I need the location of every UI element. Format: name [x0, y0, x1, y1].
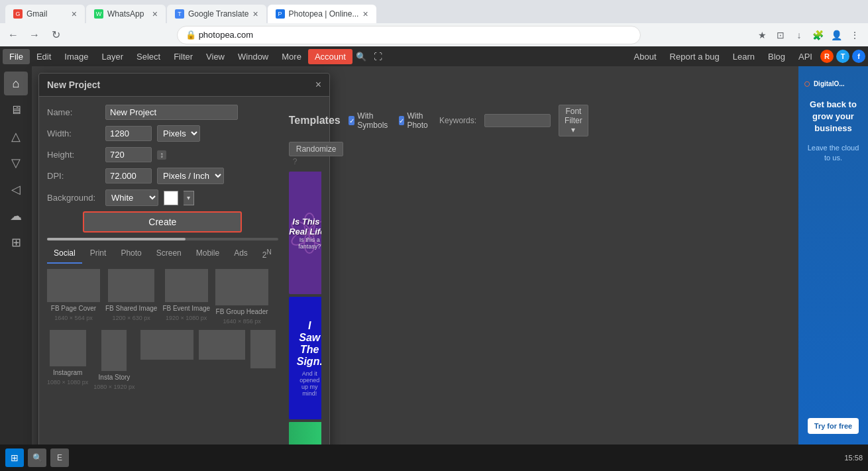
thumb-fb-event-image[interactable]: FB Event Image 1920 × 1080 px: [162, 269, 210, 325]
keywords-input[interactable]: [484, 114, 551, 127]
menu-view[interactable]: View: [199, 49, 231, 64]
tab-translate[interactable]: T Google Translate ×: [167, 5, 266, 23]
profile-button[interactable]: 👤: [828, 27, 844, 43]
toolbar-canvas[interactable]: 🖥: [4, 98, 28, 122]
tab-whatsapp-close[interactable]: ×: [152, 9, 158, 19]
toolbar-grid[interactable]: ⊞: [4, 231, 28, 254]
template-card-1[interactable]: Is This a Real Life? Is this a fantasy?: [289, 172, 321, 294]
canvas-area: New Project × Name:: [32, 66, 798, 445]
menu-more[interactable]: More: [275, 49, 308, 64]
dialog-left-panel: Name: Width: Pixels: [47, 105, 278, 462]
cat-tab-photo[interactable]: Photo: [114, 246, 148, 264]
menu-button[interactable]: ⋮: [847, 27, 863, 43]
facebook-icon[interactable]: f: [852, 50, 865, 63]
search-icon-btn[interactable]: 🔍: [353, 48, 370, 65]
background-select[interactable]: White Black Transparent: [105, 189, 158, 206]
toolbar-shape2[interactable]: ▽: [4, 151, 28, 175]
cat-tab-screen[interactable]: Screen: [150, 246, 188, 264]
thumb-fb-group-header[interactable]: FB Group Header 1640 × 856 px: [215, 269, 268, 325]
with-photo-label: With Photo: [407, 111, 431, 130]
menu-about[interactable]: About: [629, 49, 662, 64]
address-bar[interactable]: 🔒 photopea.com: [177, 26, 641, 44]
taskbar-search[interactable]: 🔍: [28, 448, 46, 467]
toolbar-shape3[interactable]: ◁: [4, 178, 28, 201]
template-card-3[interactable]: I Saw The Sign. And it opened up my mind…: [289, 297, 321, 419]
thumb-extra2[interactable]: [199, 330, 245, 390]
background-color-dropdown[interactable]: ▾: [184, 191, 194, 205]
back-button[interactable]: ←: [5, 27, 21, 43]
thumb-fb-shared-image[interactable]: FB Shared Image 1200 × 630 px: [105, 269, 157, 325]
height-row: Height: ↕: [47, 147, 278, 162]
menu-api[interactable]: API: [793, 49, 818, 64]
menu-select[interactable]: Select: [130, 49, 167, 64]
dpi-input[interactable]: [105, 168, 152, 183]
menu-file[interactable]: File: [3, 49, 30, 64]
tab-gmail-close[interactable]: ×: [72, 9, 77, 19]
cat-tab-social[interactable]: Social: [47, 246, 82, 264]
tab-whatsapp[interactable]: W WhatsApp ×: [86, 5, 166, 23]
thumbnail-grid: FB Page Cover 1640 × 564 px FB Shared Im…: [47, 269, 278, 390]
card3-title: I Saw The Sign.: [297, 320, 321, 368]
toolbar-cloud[interactable]: ☁: [4, 204, 28, 228]
dialog-close-button[interactable]: ×: [315, 79, 321, 91]
thumb-instagram[interactable]: Instagram 1080 × 1080 px: [47, 330, 88, 390]
extensions-button[interactable]: 🧩: [810, 27, 826, 43]
templates-title-text: Templates: [289, 115, 341, 127]
cat-tab-ads[interactable]: Ads: [227, 246, 254, 264]
cat-tab-mobile[interactable]: Mobile: [190, 246, 226, 264]
menu-edit[interactable]: Edit: [30, 49, 58, 64]
ad-try-free-button[interactable]: Try for free: [808, 418, 859, 434]
menu-account[interactable]: Account: [308, 49, 353, 64]
forward-button[interactable]: →: [27, 27, 42, 43]
ad-logo-icon: ○: [804, 77, 811, 91]
menu-report-bug[interactable]: Report a bug: [665, 49, 725, 64]
with-symbols-checkbox[interactable]: ✓: [349, 116, 355, 125]
create-button[interactable]: Create: [83, 211, 242, 233]
taskbar-start[interactable]: ⊞: [5, 448, 24, 467]
cat-tab-2n[interactable]: 2N: [256, 246, 278, 264]
reddit-icon[interactable]: R: [820, 50, 834, 63]
thumb-insta-story[interactable]: Insta Story 1080 × 1920 px: [93, 330, 135, 390]
screenshot-button[interactable]: ↓: [791, 27, 807, 43]
with-photo-option: ✓ With Photo: [399, 111, 431, 130]
name-input[interactable]: [105, 105, 238, 120]
tab-photopea-close[interactable]: ×: [362, 9, 368, 19]
toolbar-home[interactable]: ⌂: [4, 72, 28, 95]
reload-button[interactable]: ↻: [48, 27, 64, 43]
menu-window[interactable]: Window: [231, 49, 275, 64]
width-unit-select[interactable]: Pixels: [157, 125, 200, 142]
tab-gmail[interactable]: G Gmail ×: [5, 5, 85, 23]
with-photo-checkbox[interactable]: ✓: [399, 116, 405, 125]
tab-translate-close[interactable]: ×: [252, 9, 258, 19]
menu-layer[interactable]: Layer: [95, 49, 131, 64]
menu-blog[interactable]: Blog: [763, 49, 790, 64]
whatsapp-favicon: W: [94, 9, 103, 19]
fullscreen-icon-btn[interactable]: ⛶: [370, 48, 387, 65]
translate-favicon: T: [175, 9, 184, 19]
cat-tab-print[interactable]: Print: [83, 246, 113, 264]
thumb-extra1[interactable]: [140, 330, 193, 390]
background-label: Background:: [47, 193, 100, 203]
toolbar-shape1[interactable]: △: [4, 125, 28, 148]
taskbar-edge[interactable]: E: [50, 448, 69, 467]
bookmark-button[interactable]: ★: [754, 27, 770, 43]
randomize-button[interactable]: Randomize: [289, 142, 344, 156]
thumb-fb-page-cover[interactable]: FB Page Cover 1640 × 564 px: [47, 269, 100, 325]
background-color-preview[interactable]: [164, 191, 178, 205]
width-input[interactable]: [105, 126, 152, 141]
height-input[interactable]: [105, 147, 152, 162]
card3-subtitle: And it opened up my mind!: [297, 370, 321, 397]
cast-button[interactable]: ⊡: [773, 27, 788, 43]
menu-learn[interactable]: Learn: [728, 49, 760, 64]
background-row: Background: White Black Transparent ▾: [47, 189, 278, 206]
dpi-unit-select[interactable]: Pixels / Inch: [157, 168, 224, 184]
twitter-icon[interactable]: T: [836, 50, 849, 63]
ad-cta: Leave the cloud to us.: [804, 143, 863, 164]
menu-image[interactable]: Image: [58, 49, 95, 64]
font-filter-button[interactable]: Font Filter ▾: [559, 105, 588, 136]
thumb-extra3[interactable]: [250, 330, 276, 390]
tab-photopea[interactable]: P Photopea | Online... ×: [268, 5, 376, 23]
keywords-label: Keywords:: [439, 116, 476, 125]
swap-dimensions-button[interactable]: ↕: [157, 150, 166, 160]
menu-filter[interactable]: Filter: [167, 49, 199, 64]
